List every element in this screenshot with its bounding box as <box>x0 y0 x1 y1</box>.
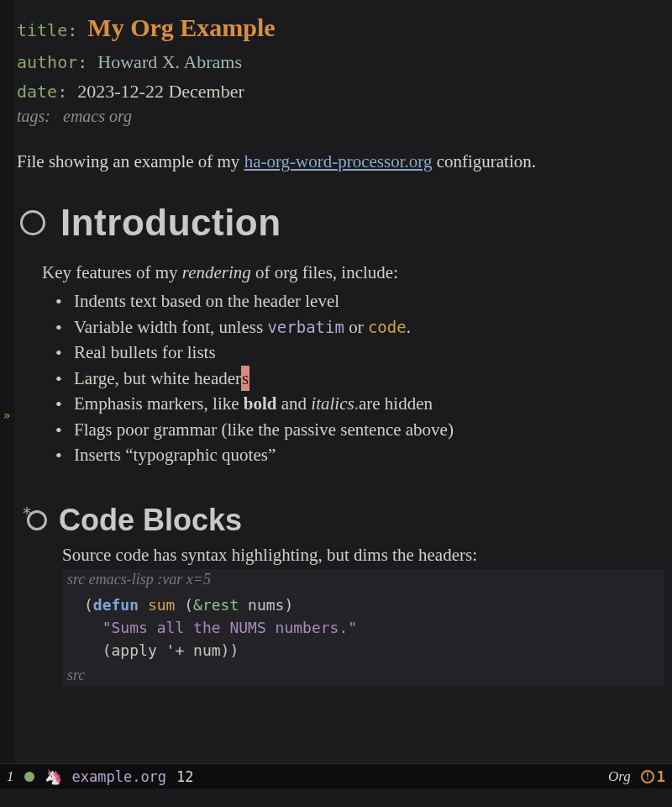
modeline[interactable]: 1 🦄example.org 12 Org !1 <box>0 763 672 789</box>
meta-tags-line: tags: emacs org <box>17 107 664 126</box>
paren: ) <box>284 596 293 614</box>
intro-paragraph: File showing an example of my ha-org-wor… <box>17 150 664 173</box>
list-item: Emphasis markers, like bold and italics.… <box>55 391 664 416</box>
src-keyword: src <box>67 571 85 588</box>
list-item-text: Flags poor grammar (like the passive sen… <box>74 419 454 440</box>
source-block[interactable]: src emacs-lisp :var x=5 (defun sum (&res… <box>62 569 664 686</box>
heading-2[interactable]: Code Blocks <box>27 503 664 538</box>
buffer-content[interactable]: title: My Org Example author: Howard X. … <box>17 8 664 686</box>
list-item-text: or <box>344 317 368 337</box>
features-lead: Key features of my rendering of org file… <box>42 262 664 283</box>
left-fringe: » <box>0 0 15 763</box>
amp-rest: &rest <box>193 596 239 614</box>
modified-indicator-icon <box>24 772 34 782</box>
unicorn-icon: 🦄 <box>45 768 62 785</box>
error-count-value: 1 <box>657 768 665 785</box>
modeline-error-count[interactable]: !1 <box>641 768 665 785</box>
meta-author-line: author: Howard X. Abrams <box>17 48 664 76</box>
intro-text-pre: File showing an example of my <box>17 151 244 171</box>
list-item-text: Real bullets for lists <box>74 342 216 362</box>
src-header-args: emacs-lisp :var x=5 <box>85 571 211 588</box>
space <box>139 596 148 614</box>
list-item-text: . <box>407 317 411 337</box>
meta-key-date: date <box>17 82 57 102</box>
paren: ( <box>84 596 93 614</box>
heading-2-text: Code Blocks <box>59 503 242 538</box>
symbol-apply: apply <box>112 641 157 659</box>
modeline-filename[interactable]: example.org <box>72 768 167 785</box>
italic-text: italics <box>311 393 354 414</box>
list-item-text: Variable width font, unless <box>74 317 267 337</box>
list-item-text: Large, but white header <box>74 368 241 388</box>
keyword-defun: defun <box>93 596 139 614</box>
meta-title-line: title: My Org Example <box>17 8 664 46</box>
error-icon: ! <box>641 770 654 783</box>
function-name: sum <box>148 596 176 614</box>
document-title: My Org Example <box>87 13 275 41</box>
meta-key-author: author <box>17 52 77 72</box>
list-item-text: Indents text based on the header level <box>74 291 339 311</box>
list-item-text: Inserts “typographic quotes” <box>74 445 276 465</box>
heading-star-icon: * <box>22 503 32 523</box>
space <box>239 596 248 614</box>
meta-key-tags: tags: <box>17 107 50 125</box>
src-begin-line: src emacs-lisp :var x=5 <box>62 569 664 590</box>
modeline-major-mode[interactable]: Org <box>608 768 631 785</box>
inline-code: code <box>368 318 407 336</box>
paren: ( <box>102 641 112 659</box>
list-item: Inserts “typographic quotes” <box>55 442 664 467</box>
src-intro-text: Source code has syntax highlighting, but… <box>62 545 664 566</box>
docstring: "Sums all the NUMS numbers." <box>102 619 357 636</box>
meta-key-title: title <box>17 20 67 40</box>
verbatim-text: verbatim <box>267 318 344 336</box>
list-item: Variable width font, unless verbatim or … <box>55 314 664 340</box>
text-cursor: s <box>241 366 249 391</box>
bold-text: bold <box>244 393 277 414</box>
config-link[interactable]: ha-org-word-processor.org <box>244 151 433 171</box>
features-list: Indents text based on the header level V… <box>55 288 664 467</box>
modeline-line-number: 12 <box>176 768 193 785</box>
src-end-line: src <box>62 665 664 686</box>
fringe-indicator-icon: » <box>3 409 10 422</box>
meta-date-line: date: 2023-12-22 December <box>17 77 664 105</box>
list-item: Real bullets for lists <box>55 340 664 365</box>
list-item-text: are hidden <box>359 393 433 414</box>
list-item-text: Emphasis markers, like <box>74 393 244 414</box>
modeline-window-number: 1 <box>7 768 14 785</box>
heading-1-text: Introduction <box>60 202 281 244</box>
intro-text-post: configuration. <box>432 151 536 171</box>
document-date: 2023-12-22 December <box>77 81 244 102</box>
heading-1[interactable]: Introduction <box>17 202 664 244</box>
features-lead-pre: Key features of my <box>42 262 182 282</box>
minibuffer[interactable] <box>0 789 672 807</box>
paren: ( <box>175 596 193 614</box>
heading-bullet-icon <box>20 210 45 235</box>
source-code[interactable]: (defun sum (&rest nums) "Sums all the NU… <box>62 590 664 665</box>
list-item: Large, but white headers <box>55 366 664 391</box>
list-item: Flags poor grammar (like the passive sen… <box>55 417 664 442</box>
list-item-text: and <box>277 393 312 414</box>
document-tags: emacs org <box>63 107 132 125</box>
code-rest: '+ num)) <box>157 641 239 659</box>
features-lead-post: of org files, include: <box>251 262 398 282</box>
features-lead-em: rendering <box>182 262 251 282</box>
arg-name: nums <box>248 596 284 614</box>
document-author: Howard X. Abrams <box>97 51 242 72</box>
list-item: Indents text based on the header level <box>55 288 664 314</box>
editor-buffer[interactable]: » title: My Org Example author: Howard X… <box>0 0 672 807</box>
